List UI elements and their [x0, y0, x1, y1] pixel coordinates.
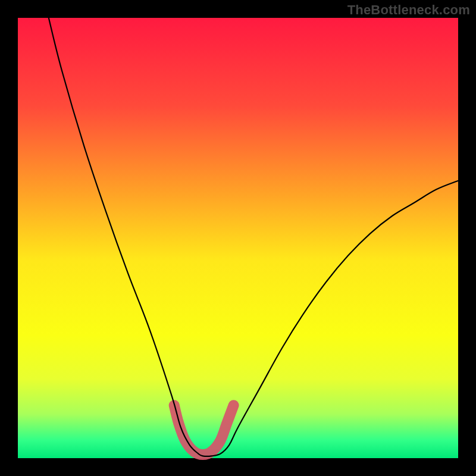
bottleneck-chart: [0, 0, 476, 476]
chart-stage: TheBottleneck.com: [0, 0, 476, 476]
plot-background: [18, 18, 458, 458]
